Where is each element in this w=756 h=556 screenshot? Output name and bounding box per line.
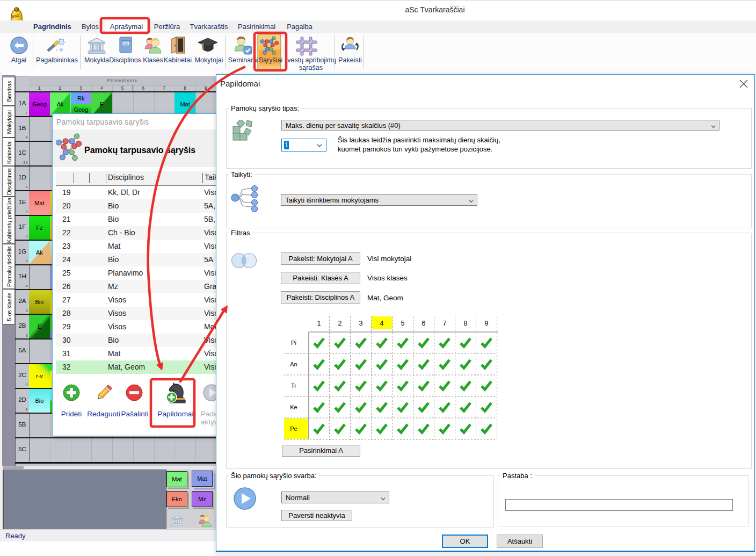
- svg-text:Tr: Tr: [291, 382, 296, 389]
- svg-text:3: 3: [359, 320, 363, 327]
- svg-text:2: 2: [338, 320, 342, 327]
- svg-text:8: 8: [464, 320, 468, 327]
- svg-text:Pe: Pe: [290, 425, 297, 432]
- svg-text:4: 4: [380, 320, 384, 327]
- svg-text:An: An: [290, 361, 297, 367]
- svg-text:1: 1: [317, 320, 321, 327]
- svg-text:6: 6: [422, 320, 426, 327]
- svg-text:7: 7: [443, 320, 447, 327]
- svg-text:Pi: Pi: [291, 340, 296, 346]
- svg-text:5: 5: [401, 320, 405, 327]
- svg-text:Ke: Ke: [290, 404, 297, 410]
- svg-text:9: 9: [485, 320, 489, 327]
